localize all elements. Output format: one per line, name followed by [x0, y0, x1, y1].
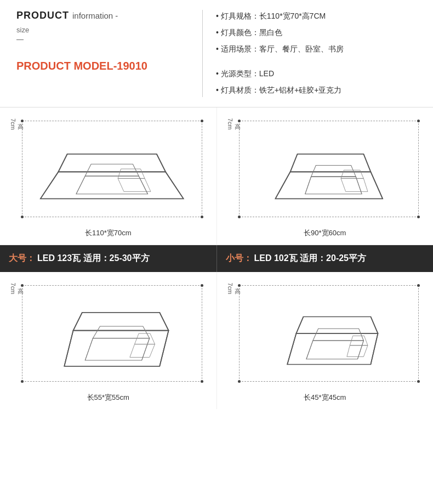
banner-text-large: LED 123瓦 适用：25-30平方: [37, 253, 150, 263]
svg-line-34: [85, 338, 93, 360]
product-sketch-55: [22, 286, 202, 381]
header-left: PRODUCT information - size — PRODUCT MOD…: [16, 10, 203, 97]
svg-marker-44: [346, 346, 367, 357]
dim-label-55: 长55*宽55cm: [87, 393, 129, 403]
svg-line-10: [76, 176, 85, 194]
diagram-cell-large: 高7cm: [0, 107, 217, 245]
diagram-box-55: 高7cm: [9, 278, 208, 387]
svg-marker-9: [118, 169, 145, 178]
info-label: information -: [72, 11, 118, 20]
svg-marker-31: [93, 326, 149, 338]
diagram-cell-medium: 高7cm: [217, 107, 434, 245]
size-text: size: [16, 26, 191, 34]
svg-marker-30: [85, 338, 149, 360]
dash-text: —: [16, 35, 191, 43]
dashed-border-medium: [239, 121, 419, 217]
svg-marker-20: [341, 178, 368, 191]
svg-line-5: [157, 154, 166, 172]
svg-marker-19: [311, 165, 356, 177]
diagram-box-large: 高7cm: [9, 113, 208, 223]
model-number: 19010: [117, 60, 147, 72]
diagram-box-medium: 高7cm: [226, 113, 425, 223]
diagram-cell-55: 高7cm: [0, 272, 217, 409]
banner-row: 大号：LED 123瓦 适用：25-30平方 小号：LED 102瓦 适用：20…: [0, 245, 433, 272]
dashed-border-55: [22, 285, 202, 382]
svg-line-46: [306, 341, 312, 359]
svg-line-38: [287, 333, 296, 365]
bottom-diagrams-row: 高7cm: [0, 272, 433, 409]
spec-item-1: 灯具颜色：黑白色: [216, 26, 422, 39]
svg-line-26: [64, 331, 73, 366]
product-sketch-medium: [240, 121, 419, 217]
svg-marker-7: [85, 164, 139, 176]
svg-line-3: [166, 172, 184, 199]
dim-label-45: 长45*宽45cm: [304, 393, 346, 403]
diagram-box-45: 高7cm: [226, 278, 425, 387]
spec-item-2: 适用场景：客厅、餐厅、卧室、书房: [216, 43, 422, 56]
svg-marker-1: [58, 154, 166, 172]
dashed-border-45: [239, 285, 419, 382]
header-title: PRODUCT information -: [16, 10, 191, 21]
svg-marker-21: [341, 170, 363, 178]
svg-marker-42: [306, 341, 363, 359]
header-section: PRODUCT information - size — PRODUCT MOD…: [0, 0, 433, 107]
banner-cell-small: 小号：LED 102瓦 适用：20-25平方: [217, 245, 434, 272]
header-right: 灯具规格：长110*宽70*高7CM 灯具颜色：黑白色 适用场景：客厅、餐厅、卧…: [203, 10, 422, 97]
svg-marker-25: [73, 313, 169, 331]
svg-marker-6: [76, 176, 148, 194]
svg-marker-33: [135, 333, 155, 344]
svg-line-29: [159, 313, 168, 331]
dim-label-medium: 长90*宽60cm: [304, 228, 346, 238]
spec-item-4: 灯具材质：铁艺+铝材+硅胶+亚克力: [216, 84, 422, 97]
svg-marker-13: [290, 154, 371, 172]
svg-line-17: [363, 154, 371, 172]
svg-line-14: [275, 172, 290, 199]
svg-line-15: [371, 172, 383, 199]
banner-size-small: 小号：: [226, 253, 252, 263]
svg-line-47: [357, 341, 363, 359]
svg-line-4: [58, 154, 67, 172]
svg-line-40: [296, 317, 303, 333]
spec-divider: [216, 59, 422, 64]
svg-line-41: [371, 317, 378, 333]
banner-cell-large: 大号：LED 123瓦 适用：25-30平方: [0, 245, 217, 272]
model-line: PRODUCT MODEL-19010: [16, 60, 191, 72]
banner-text-small: LED 102瓦 适用：20-25平方: [254, 253, 367, 263]
svg-line-35: [142, 338, 150, 360]
svg-marker-43: [312, 329, 363, 341]
svg-marker-37: [296, 317, 378, 333]
svg-line-11: [139, 176, 147, 194]
dim-label-large: 长110*宽70cm: [85, 228, 132, 238]
spec-item-3: 光源类型：LED: [216, 67, 422, 81]
svg-line-27: [159, 331, 168, 366]
model-text: PRODUCT MODEL-19010: [16, 60, 147, 72]
svg-line-16: [290, 154, 297, 172]
product-sketch-45: [240, 286, 419, 381]
svg-marker-32: [130, 344, 155, 358]
diagram-cell-45: 高7cm: [217, 272, 434, 409]
product-label: PRODUCT: [16, 10, 69, 21]
dashed-border-large: [22, 121, 202, 217]
svg-marker-36: [287, 333, 378, 365]
top-diagrams-row: 高7cm: [0, 107, 433, 245]
svg-line-28: [73, 313, 82, 331]
product-sketch-large: [22, 121, 202, 217]
svg-marker-12: [275, 172, 383, 199]
svg-line-22: [305, 177, 311, 194]
svg-line-39: [371, 333, 378, 365]
banner-size-large: 大号：: [9, 253, 35, 263]
spec-item-0: 灯具规格：长110*宽70*高7CM: [216, 10, 422, 23]
model-prefix: PRODUCT MODEL-: [16, 60, 117, 72]
svg-line-2: [41, 172, 59, 199]
